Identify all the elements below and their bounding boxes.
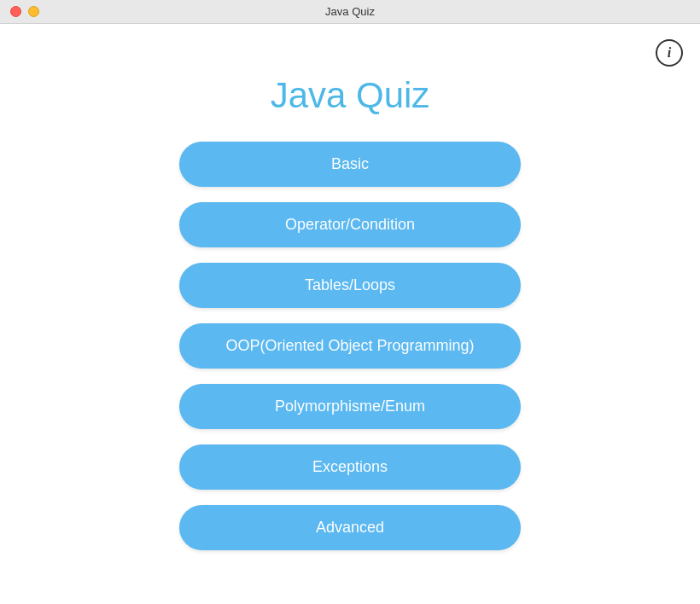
quiz-button-oop[interactable]: OOP(Oriented Object Programming) xyxy=(179,323,521,369)
quiz-buttons-container: BasicOperator/ConditionTables/LoopsOOP(O… xyxy=(17,142,683,550)
info-button[interactable]: i xyxy=(656,39,683,67)
close-button[interactable] xyxy=(10,6,21,17)
quiz-button-polymorphisme-enum[interactable]: Polymorphisme/Enum xyxy=(179,384,521,429)
quiz-button-operator-condition[interactable]: Operator/Condition xyxy=(179,202,521,247)
window-controls xyxy=(10,6,39,17)
quiz-button-basic[interactable]: Basic xyxy=(179,142,521,187)
quiz-button-exceptions[interactable]: Exceptions xyxy=(179,444,521,490)
window-title: Java Quiz xyxy=(325,5,375,18)
app-title: Java Quiz xyxy=(271,75,430,116)
quiz-button-tables-loops[interactable]: Tables/Loops xyxy=(179,263,521,308)
minimize-button[interactable] xyxy=(28,6,39,17)
main-content: i Java Quiz BasicOperator/ConditionTable… xyxy=(0,24,700,604)
title-bar: Java Quiz xyxy=(0,0,700,24)
quiz-button-advanced[interactable]: Advanced xyxy=(179,505,521,550)
